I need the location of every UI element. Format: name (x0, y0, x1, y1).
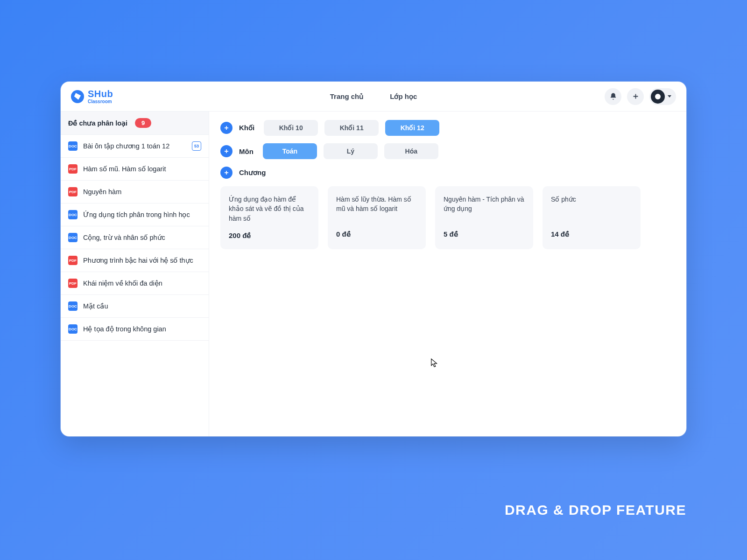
chapter-card[interactable]: Nguyên hàm - Tích phân và ứng dụng5 đề (435, 186, 533, 249)
filter-subject-label: Môn (239, 147, 254, 155)
notifications-button[interactable] (605, 88, 621, 105)
sidebar-item-label: Nguyên hàm (83, 188, 121, 196)
user-menu[interactable] (649, 88, 676, 105)
card-count: 200 đề (229, 231, 310, 240)
card-count: 0 đề (336, 230, 417, 238)
sidebar-item-label: Mặt cầu (83, 302, 108, 310)
doc-file-icon: DOC (68, 324, 78, 334)
filter-chip[interactable]: Khối 10 (264, 120, 318, 136)
sidebar-item[interactable]: DOCỨng dụng tích phân trong hình học (61, 203, 209, 226)
chapter-card[interactable]: Ứng dụng đạo hàm để khảo sát và vẽ đồ th… (220, 186, 318, 249)
sidebar-item[interactable]: DOCHệ tọa độ trong không gian (61, 318, 209, 341)
cursor-icon (430, 358, 439, 368)
grade-chips: Khối 10Khối 11Khối 12 (264, 120, 439, 136)
sidebar-item[interactable]: PDFHàm số mũ. Hàm số logarit (61, 158, 209, 181)
card-count: 14 đề (551, 230, 632, 238)
item-count-badge: 53 (192, 141, 201, 151)
subject-chips: ToánLýHóa (263, 143, 438, 159)
doc-file-icon: DOC (68, 301, 78, 311)
plus-icon (223, 148, 230, 154)
card-count: 5 đề (444, 230, 525, 238)
card-title: Ứng dụng đạo hàm để khảo sát và vẽ đồ th… (229, 195, 310, 223)
topbar: SHub Classroom Trang chủ Lớp học (61, 82, 686, 112)
sidebar-item-label: Khái niệm về khối đa diện (83, 280, 162, 287)
filter-chip[interactable]: Khối 11 (324, 120, 379, 136)
chapter-cards: Ứng dụng đạo hàm để khảo sát và vẽ đồ th… (220, 186, 675, 249)
avatar (651, 90, 665, 104)
body: Đề chưa phân loại 9 DOCBài ôn tập chương… (61, 112, 686, 436)
sidebar-item[interactable]: PDFKhái niệm về khối đa diện (61, 272, 209, 295)
sidebar-item[interactable]: DOCMặt cầu (61, 295, 209, 318)
chapter-card[interactable]: Hàm số lũy thừa. Hàm số mũ và hàm số log… (328, 186, 426, 249)
filter-grade-row: Khối Khối 10Khối 11Khối 12 (220, 120, 675, 136)
filter-chip[interactable]: Hóa (384, 143, 438, 159)
sidebar-item[interactable]: PDFNguyên hàm (61, 181, 209, 203)
nav-center: Trang chủ Lớp học (330, 92, 417, 101)
logo[interactable]: SHub Classroom (71, 89, 113, 104)
sidebar-item-label: Bài ôn tập chương 1 toán 12 (83, 142, 169, 150)
pdf-file-icon: PDF (68, 256, 78, 265)
topbar-actions (605, 88, 676, 105)
app-window: SHub Classroom Trang chủ Lớp học Đề chưa… (61, 82, 686, 436)
add-button[interactable] (627, 88, 644, 105)
sidebar-header-label: Đề chưa phân loại (68, 119, 127, 127)
chevron-down-icon (668, 95, 671, 98)
filter-grade-label: Khối (239, 124, 254, 132)
doc-file-icon: DOC (68, 233, 78, 242)
doc-file-icon: DOC (68, 210, 78, 219)
filter-chapter-row: Chương (220, 167, 675, 179)
doc-file-icon: DOC (68, 141, 78, 151)
sidebar-item-label: Ứng dụng tích phân trong hình học (83, 211, 190, 218)
chapter-card[interactable]: Số phức14 đề (543, 186, 641, 249)
nav-home[interactable]: Trang chủ (330, 92, 364, 101)
pdf-file-icon: PDF (68, 279, 78, 288)
sidebar-item[interactable]: DOCBài ôn tập chương 1 toán 1253 (61, 135, 209, 158)
filter-chip[interactable]: Khối 12 (385, 120, 439, 136)
sidebar-item[interactable]: PDFPhương trình bậc hai với hệ số thực (61, 249, 209, 272)
add-chapter-button[interactable] (220, 167, 233, 179)
filter-subject-row: Môn ToánLýHóa (220, 143, 675, 159)
filter-chip[interactable]: Lý (324, 143, 378, 159)
plus-icon (632, 92, 640, 100)
feature-caption: DRAG & DROP FEATURE (505, 502, 686, 518)
main: Khối Khối 10Khối 11Khối 12 Môn ToánLýHóa… (209, 112, 686, 436)
card-title: Số phức (551, 195, 632, 222)
pdf-file-icon: PDF (68, 164, 78, 174)
filter-chip[interactable]: Toán (263, 143, 317, 159)
sidebar-item-label: Hàm số mũ. Hàm số logarit (83, 165, 166, 173)
sidebar-header[interactable]: Đề chưa phân loại 9 (61, 112, 209, 135)
sidebar-item-label: Phương trình bậc hai với hệ số thực (83, 257, 193, 264)
brand-sub: Classroom (88, 99, 113, 104)
plus-icon (223, 169, 230, 176)
add-grade-button[interactable] (220, 122, 233, 134)
sidebar-badge: 9 (135, 118, 151, 128)
sidebar-item-label: Hệ tọa độ trong không gian (83, 325, 166, 333)
logo-icon (71, 90, 84, 103)
card-title: Hàm số lũy thừa. Hàm số mũ và hàm số log… (336, 195, 417, 222)
bell-icon (609, 92, 617, 100)
sidebar: Đề chưa phân loại 9 DOCBài ôn tập chương… (61, 112, 209, 436)
logo-text: SHub Classroom (88, 89, 113, 104)
plus-icon (223, 125, 230, 131)
card-title: Nguyên hàm - Tích phân và ứng dụng (444, 195, 525, 222)
sidebar-item[interactable]: DOCCộng, trừ và nhân số phức (61, 226, 209, 249)
add-subject-button[interactable] (220, 145, 233, 157)
brand-name: SHub (88, 89, 113, 98)
nav-class[interactable]: Lớp học (390, 92, 417, 101)
sidebar-item-label: Cộng, trừ và nhân số phức (83, 234, 165, 241)
filter-chapter-label: Chương (239, 168, 266, 177)
pdf-file-icon: PDF (68, 187, 78, 196)
